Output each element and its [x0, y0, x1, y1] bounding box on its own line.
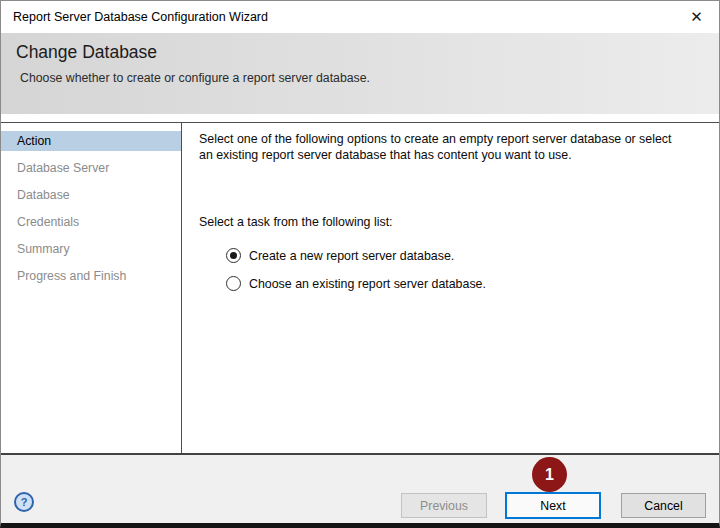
radio-label: Create a new report server database.	[249, 249, 454, 263]
step-sidebar: Action Database Server Database Credenti…	[1, 123, 182, 453]
radio-choose-existing-database[interactable]: Choose an existing report server databas…	[226, 276, 486, 291]
sidebar-item-database-server[interactable]: Database Server	[1, 158, 181, 178]
sidebar-item-progress-and-finish[interactable]: Progress and Finish	[1, 266, 181, 286]
sidebar-item-summary[interactable]: Summary	[1, 239, 181, 259]
main-area: Action Database Server Database Credenti…	[1, 122, 719, 455]
task-prompt: Select a task from the following list:	[199, 215, 393, 229]
radio-button-icon[interactable]	[226, 276, 241, 291]
page-subtitle: Choose whether to create or configure a …	[20, 71, 370, 85]
intro-line-2: an existing report server database that …	[199, 148, 672, 164]
previous-button[interactable]: Previous	[401, 493, 487, 518]
help-icon[interactable]: ?	[14, 492, 34, 512]
sidebar-item-credentials[interactable]: Credentials	[1, 212, 181, 232]
wizard-header: Change Database Choose whether to create…	[1, 33, 719, 114]
close-icon[interactable]: ✕	[674, 1, 719, 33]
intro-text: Select one of the following options to c…	[199, 132, 672, 163]
content-pane: Select one of the following options to c…	[183, 123, 719, 453]
next-button[interactable]: Next	[505, 492, 601, 519]
page-title: Change Database	[16, 42, 157, 63]
footer-bar: ? Previous Next Cancel	[1, 455, 719, 523]
window-title: Report Server Database Configuration Wiz…	[13, 1, 268, 33]
wizard-window: Report Server Database Configuration Wiz…	[0, 0, 720, 528]
intro-line-1: Select one of the following options to c…	[199, 132, 672, 148]
radio-button-icon[interactable]	[226, 248, 241, 263]
annotation-step-badge: 1	[532, 457, 567, 492]
title-bar: Report Server Database Configuration Wiz…	[1, 1, 719, 33]
sidebar-item-action[interactable]: Action	[1, 131, 181, 151]
sidebar-item-database[interactable]: Database	[1, 185, 181, 205]
cancel-button[interactable]: Cancel	[621, 493, 706, 518]
radio-create-new-database[interactable]: Create a new report server database.	[226, 248, 454, 263]
radio-label: Choose an existing report server databas…	[249, 277, 486, 291]
